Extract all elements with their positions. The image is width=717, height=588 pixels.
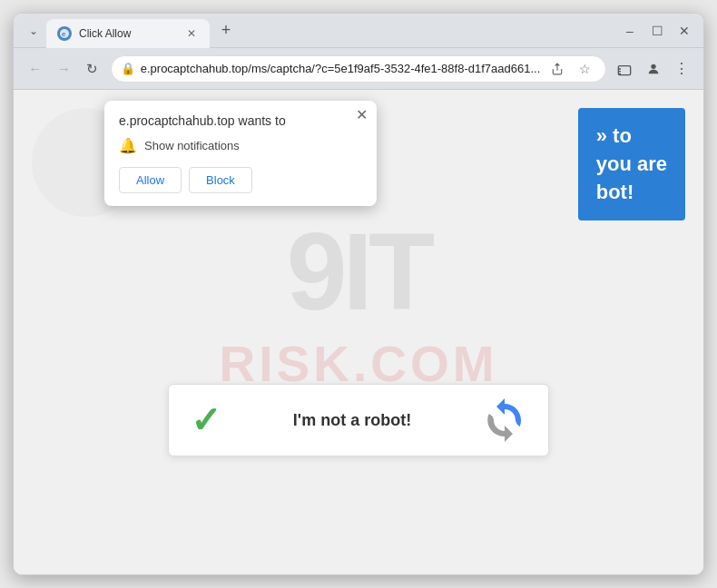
tab-bar: e Click Allow ✕ + <box>46 14 618 47</box>
url-text: e.procaptchahub.top/ms/captcha/?c=5e1f9a… <box>141 62 541 75</box>
popup-permission: 🔔 Show notifications <box>119 137 362 154</box>
window-controls: – ☐ ✕ <box>618 19 696 43</box>
tab-close-button[interactable]: ✕ <box>184 26 199 41</box>
svg-point-3 <box>651 64 655 68</box>
cast-icon[interactable] <box>614 56 635 82</box>
active-tab[interactable]: e Click Allow ✕ <box>46 19 210 48</box>
tab-favicon: e <box>57 26 72 41</box>
captcha-text: I'm not a robot! <box>293 411 411 430</box>
bookmark-icon[interactable]: ☆ <box>573 57 596 81</box>
share-icon[interactable] <box>545 57 569 81</box>
watermark-top-text: 9IT <box>287 217 430 326</box>
allow-button[interactable]: Allow <box>119 167 182 193</box>
block-button[interactable]: Block <box>189 167 252 193</box>
popup-close-button[interactable]: ✕ <box>356 108 368 122</box>
bell-icon: 🔔 <box>119 137 137 154</box>
recaptcha-logo <box>483 398 526 442</box>
reload-button[interactable]: ↻ <box>82 56 103 82</box>
new-tab-button[interactable]: + <box>213 18 239 44</box>
close-button[interactable]: ✕ <box>673 19 696 43</box>
notification-popup: ✕ e.procaptchahub.top wants to 🔔 Show no… <box>104 101 377 206</box>
url-actions: ☆ <box>545 57 596 81</box>
lock-icon: 🔒 <box>121 62 135 75</box>
browser-window: ⌄ e Click Allow ✕ + – ☐ ✕ ← → ↻ 🔒 e.proc… <box>13 13 704 575</box>
popup-buttons: Allow Block <box>119 167 362 193</box>
popup-site-text: e.procaptchahub.top wants to <box>119 113 362 128</box>
svg-text:e: e <box>62 30 66 38</box>
captcha-box[interactable]: ✓ I'm not a robot! <box>168 384 549 456</box>
maximize-button[interactable]: ☐ <box>645 19 669 43</box>
minimize-button[interactable]: – <box>618 19 642 43</box>
blue-banner: » to you are bot! <box>578 108 685 220</box>
url-bar[interactable]: 🔒 e.procaptchahub.top/ms/captcha/?c=5e1f… <box>111 55 607 83</box>
title-bar: ⌄ e Click Allow ✕ + – ☐ ✕ <box>14 14 703 48</box>
address-bar: ← → ↻ 🔒 e.procaptchahub.top/ms/captcha/?… <box>14 48 703 90</box>
checkmark-icon: ✓ <box>191 402 221 438</box>
back-button[interactable]: ← <box>25 56 46 82</box>
tab-title: Click Allow <box>79 27 177 40</box>
menu-icon[interactable]: ⋮ <box>671 56 692 82</box>
popup-permission-text: Show notifications <box>144 139 240 152</box>
page-content: 9IT RISK.COM » to you are bot! ✕ e.proca… <box>14 90 703 574</box>
chevron-down-icon[interactable]: ⌄ <box>21 18 46 44</box>
recaptcha-icon <box>483 398 526 442</box>
profile-icon[interactable] <box>643 56 664 82</box>
forward-button[interactable]: → <box>54 56 75 82</box>
